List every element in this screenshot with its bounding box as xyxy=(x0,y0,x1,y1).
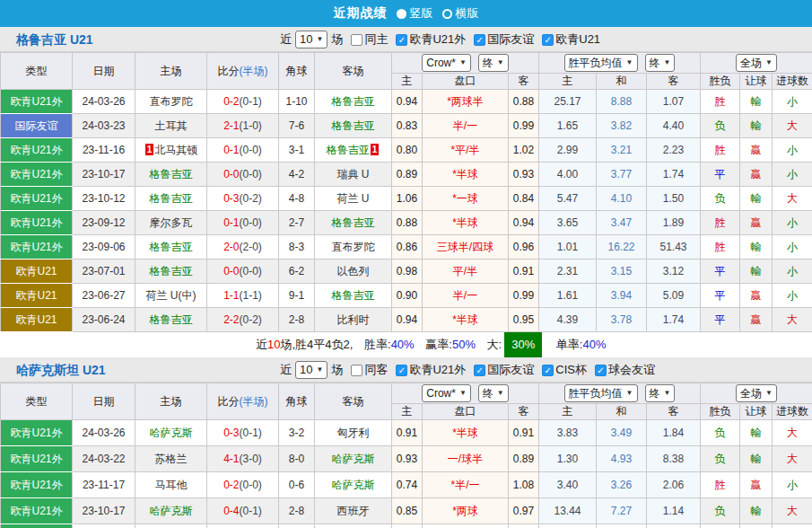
result-wdl: 胜 xyxy=(701,90,740,114)
result-wdl: 平 xyxy=(701,284,740,308)
empty-cell xyxy=(647,524,701,528)
wdl-final-select-value: 终 xyxy=(650,55,660,71)
home-team: 1北马其顿 xyxy=(135,138,207,163)
recent-count-select[interactable]: 10▼ xyxy=(295,361,327,379)
sub-col-header-4: 和 xyxy=(597,74,647,90)
bookmaker-select[interactable]: Crow*▼ xyxy=(422,384,471,402)
chevron-down-icon: ▼ xyxy=(459,385,467,401)
sub-col-header-8: 进球数 xyxy=(773,74,812,90)
score: 0-0(0-0) xyxy=(207,163,279,187)
match-row: 欧青U21外23-11-161北马其顿0-1(0-0)3-1格鲁吉亚10.80*… xyxy=(1,138,812,163)
home-odds: 0.80 xyxy=(392,138,423,163)
result-handicap: 輸 xyxy=(740,260,773,284)
col-header-score: 比分(半场) xyxy=(207,53,279,90)
score: 0-4(0-1) xyxy=(207,498,279,524)
same-venue-checkbox[interactable] xyxy=(351,365,362,376)
result-handicap: 輸 xyxy=(740,90,773,114)
wdl-final-select[interactable]: 终▼ xyxy=(645,384,676,402)
fulltime-select-value: 全场 xyxy=(740,385,762,401)
wdl-final-select[interactable]: 终▼ xyxy=(645,54,676,72)
draw-mean: 8.88 xyxy=(597,90,647,114)
result-wdl: 负 xyxy=(701,114,740,138)
home-odds: 0.91 xyxy=(392,420,423,446)
home-odds: 0.94 xyxy=(392,308,423,332)
empty-cell xyxy=(135,524,207,528)
result-wdl: 负 xyxy=(701,420,740,446)
win-rate-value: 40% xyxy=(391,338,415,351)
empty-cell xyxy=(423,524,509,528)
match-date: 23-09-12 xyxy=(73,211,135,235)
away-team-name: 匈牙利 xyxy=(337,427,370,439)
empty-cell xyxy=(392,524,423,528)
radio-vertical[interactable]: 竖版 xyxy=(397,5,433,22)
win-mean: 2.31 xyxy=(539,260,597,284)
home-odds: 0.86 xyxy=(392,235,423,260)
radio-horizontal[interactable]: 横版 xyxy=(442,5,479,22)
win-rate-label: 胜率: xyxy=(364,338,391,351)
score: 0-3(0-2) xyxy=(207,187,279,211)
result-goals: 小 xyxy=(773,472,812,498)
empty-cell xyxy=(315,524,392,528)
result-handicap: 輸 xyxy=(740,446,773,472)
result-wdl: 负 xyxy=(701,187,740,211)
away-team-name: 以色列 xyxy=(337,265,370,277)
away-team: 直布罗陀 xyxy=(315,235,392,260)
draw-mean: 3.26 xyxy=(597,472,647,498)
same-venue-checkbox[interactable] xyxy=(351,34,362,46)
chevron-down-icon: ▼ xyxy=(664,55,671,71)
competition-checkbox-0[interactable]: ✓ xyxy=(396,34,407,46)
red-card-icon: 1 xyxy=(145,144,154,155)
filters-bar: 近10▼场同主✓欧青U21外✓国际友谊✓欧青U21 xyxy=(280,27,600,52)
competition-checkbox-2[interactable]: ✓ xyxy=(542,34,554,46)
odds-final-select[interactable]: 终▼ xyxy=(478,384,509,402)
handicap: *两球 xyxy=(423,498,509,524)
recent-count-select[interactable]: 10▼ xyxy=(295,31,327,48)
score-header-sub: (半场) xyxy=(240,395,268,408)
match-date: 23-06-27 xyxy=(73,284,135,308)
match-date: 23-10-17 xyxy=(73,498,135,524)
recent-count-select-value: 10 xyxy=(300,31,312,48)
bookmaker-select[interactable]: Crow*▼ xyxy=(422,54,471,72)
odds-final-select[interactable]: 终▼ xyxy=(478,54,509,72)
competition-checkbox-3[interactable]: ✓ xyxy=(595,365,607,376)
sub-col-header-4: 和 xyxy=(597,404,647,420)
win-mean: 1.61 xyxy=(539,284,597,308)
fulltime-select[interactable]: 全场▼ xyxy=(736,384,777,402)
empty-cell xyxy=(701,524,740,528)
away-team-name: 格鲁吉亚 xyxy=(332,95,375,108)
competition-checkbox-1[interactable]: ✓ xyxy=(474,34,485,46)
corner-score: 8-3 xyxy=(279,235,315,260)
score: 1-1(1-1) xyxy=(207,284,279,308)
empty-cell xyxy=(73,524,135,528)
score: 0-1(0-0) xyxy=(207,211,279,235)
bookmaker-select-value: Crow* xyxy=(426,385,456,401)
wdl-mean-select[interactable]: 胜平负均值▼ xyxy=(564,384,638,402)
result-handicap: 輸 xyxy=(740,114,773,138)
single-rate-label: 单率: xyxy=(556,338,583,351)
col-header-date: 日期 xyxy=(73,383,135,420)
result-goals: 小 xyxy=(773,284,812,308)
competition-checkbox-0[interactable]: ✓ xyxy=(396,365,407,376)
away-team: 格鲁吉亚 xyxy=(315,284,392,308)
competition-checkbox-2[interactable]: ✓ xyxy=(542,365,554,376)
wdl-mean-select[interactable]: 胜平负均值▼ xyxy=(564,54,638,72)
match-row: 欧青U21外24-03-26哈萨克斯0-3(0-1)3-2匈牙利0.91*半球0… xyxy=(1,420,812,446)
empty-cell xyxy=(597,524,647,528)
handicap: *一球 xyxy=(423,187,509,211)
competition-checkbox-1[interactable]: ✓ xyxy=(474,365,485,376)
win-mean: 3.40 xyxy=(539,472,597,498)
chevron-down-icon: ▼ xyxy=(316,362,323,378)
col-header-corner: 角球 xyxy=(279,383,315,420)
match-date: 24-03-22 xyxy=(73,446,135,472)
result-wdl: 平 xyxy=(701,260,740,284)
lose-mean: 2.06 xyxy=(647,472,701,498)
fulltime-score: 2-0 xyxy=(223,241,239,253)
wdl-mean-select-value: 胜平负均值 xyxy=(569,55,623,71)
home-team-name: 哈萨克斯 xyxy=(150,505,193,517)
home-team-name: 北马其顿 xyxy=(154,144,197,156)
col-header-type: 类型 xyxy=(1,53,73,90)
away-team-name: 格鲁吉亚 xyxy=(327,144,370,156)
result-goals: 大 xyxy=(773,446,812,472)
home-team: 格鲁吉亚 xyxy=(135,163,207,187)
fulltime-select[interactable]: 全场▼ xyxy=(736,54,777,72)
